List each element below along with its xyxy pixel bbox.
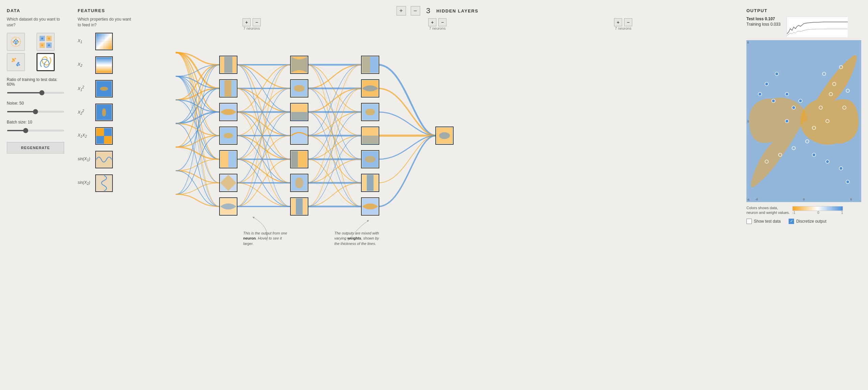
loss-chart-svg <box>787 17 848 37</box>
svg-point-15 <box>48 44 50 46</box>
layer1-btn-row: + − <box>242 18 261 26</box>
svg-point-2 <box>15 38 17 40</box>
layer3-add-neuron[interactable]: + <box>614 18 622 26</box>
feature-x1sq-label: X12 <box>78 85 95 92</box>
colorbar-container: -1 0 1 <box>792 206 843 215</box>
svg-rect-71 <box>291 128 307 144</box>
svg-point-124 <box>799 99 802 103</box>
connections-l1-l2 <box>236 65 290 206</box>
svg-rect-31 <box>96 57 112 73</box>
layer3-neuron-count: 7 neurons <box>615 26 632 30</box>
layer1-nodes[interactable] <box>220 56 237 215</box>
svg-text:0: 0 <box>803 198 805 201</box>
feature-sinx1-node[interactable] <box>95 151 113 168</box>
svg-rect-38 <box>96 128 104 136</box>
svg-point-128 <box>839 167 843 170</box>
feature-x2: X2 <box>78 56 135 74</box>
loss-info: Test loss 0.107 Training loss 0.033 <box>746 17 861 37</box>
discretize-option[interactable]: ✓ Discretize output <box>789 219 826 224</box>
add-layer-button[interactable]: + <box>397 6 406 16</box>
dataset-gaussian[interactable] <box>7 53 25 71</box>
noise-slider[interactable] <box>7 111 64 112</box>
svg-rect-69 <box>291 112 307 121</box>
data-title: DATA <box>7 8 64 13</box>
feature-x2sq-label: X22 <box>78 109 95 115</box>
features-description: Which properties do you want to feed in? <box>78 17 135 28</box>
svg-text:-6: -6 <box>755 198 758 201</box>
feature-x1-node[interactable] <box>95 33 113 50</box>
svg-point-4 <box>12 41 14 43</box>
connections-l3-out <box>378 65 436 206</box>
loss-chart <box>787 17 847 37</box>
data-panel: DATA Which dataset do you want to use? <box>0 0 71 390</box>
output-title: OUTPUT <box>746 8 861 13</box>
network-header: + − 3 HIDDEN LAYERS <box>138 6 736 16</box>
svg-point-22 <box>12 58 14 60</box>
feature-x1x2-node[interactable] <box>95 127 113 145</box>
svg-point-20 <box>12 60 14 62</box>
layer2-remove-neuron[interactable]: − <box>438 18 446 26</box>
output-node[interactable] <box>436 127 453 144</box>
svg-rect-80 <box>296 198 303 215</box>
svg-point-126 <box>812 153 816 157</box>
svg-rect-91 <box>362 136 378 144</box>
svg-point-77 <box>295 177 303 188</box>
dataset-circle[interactable] <box>7 33 25 51</box>
svg-point-16 <box>48 37 50 39</box>
layer1-remove-neuron[interactable]: − <box>253 18 261 26</box>
feature-x1sq-node[interactable] <box>95 80 113 98</box>
show-test-data-checkbox[interactable] <box>746 219 752 224</box>
layer2-neuron-count: 7 neurons <box>429 26 446 30</box>
svg-rect-74 <box>291 151 298 167</box>
svg-point-7 <box>14 40 15 41</box>
batch-control: Batch size: 10 <box>7 120 64 133</box>
svg-rect-83 <box>362 57 370 73</box>
svg-point-119 <box>765 82 768 86</box>
layer2-nodes[interactable] <box>290 56 308 215</box>
svg-rect-43 <box>96 175 112 191</box>
layer-count: 3 <box>426 6 430 15</box>
remove-layer-button[interactable]: − <box>411 6 420 16</box>
svg-point-21 <box>14 60 15 61</box>
svg-point-24 <box>19 64 20 65</box>
test-loss-value: 0.107 <box>765 17 775 21</box>
layer3-nodes[interactable] <box>361 56 379 215</box>
regenerate-button[interactable]: REGENERATE <box>7 142 64 154</box>
svg-point-94 <box>365 156 376 163</box>
layer2-add-neuron[interactable]: + <box>428 18 436 26</box>
layer2-btn-row: + − <box>428 18 446 26</box>
layer1-controls: + − 7 neurons <box>242 18 261 30</box>
svg-point-121 <box>772 99 775 103</box>
svg-rect-46 <box>224 57 232 73</box>
svg-point-37 <box>102 108 106 116</box>
feature-sinx2: sin(X2) <box>78 174 135 192</box>
svg-point-102 <box>439 132 450 139</box>
svg-text:6: 6 <box>747 41 749 44</box>
batch-label: Batch size: 10 <box>7 120 64 124</box>
dataset-spiral[interactable] <box>36 53 55 71</box>
feature-x2-node[interactable] <box>95 56 113 74</box>
dataset-xor[interactable] <box>36 33 55 51</box>
batch-slider[interactable] <box>7 130 64 131</box>
network-area: + − 3 HIDDEN LAYERS + − 7 neurons + − 7 … <box>138 0 740 390</box>
layer1-neuron-count: 7 neurons <box>244 26 260 30</box>
layer1-add-neuron[interactable]: + <box>242 18 251 26</box>
svg-point-123 <box>792 106 795 109</box>
loss-text-block: Test loss 0.107 Training loss 0.033 <box>746 17 781 27</box>
svg-rect-97 <box>367 175 374 191</box>
svg-point-122 <box>785 92 789 96</box>
svg-point-129 <box>846 180 849 184</box>
ratio-label: Ratio of training to test data: 60% <box>7 77 64 87</box>
layer3-remove-neuron[interactable]: − <box>624 18 632 26</box>
feature-x2sq-node[interactable] <box>95 104 113 121</box>
discretize-checkbox[interactable]: ✓ <box>789 219 794 224</box>
show-test-data-option[interactable]: Show test data <box>746 219 781 224</box>
feature-x2sq: X22 <box>78 104 135 121</box>
noise-label: Noise: 50 <box>7 101 64 106</box>
feature-sinx2-node[interactable] <box>95 174 113 192</box>
ratio-slider[interactable] <box>7 92 64 93</box>
colorbar-ticks: -1 0 1 <box>792 211 843 215</box>
svg-rect-57 <box>228 151 236 167</box>
svg-point-127 <box>826 160 829 163</box>
feature-sinx2-label: sin(X2) <box>78 180 95 186</box>
